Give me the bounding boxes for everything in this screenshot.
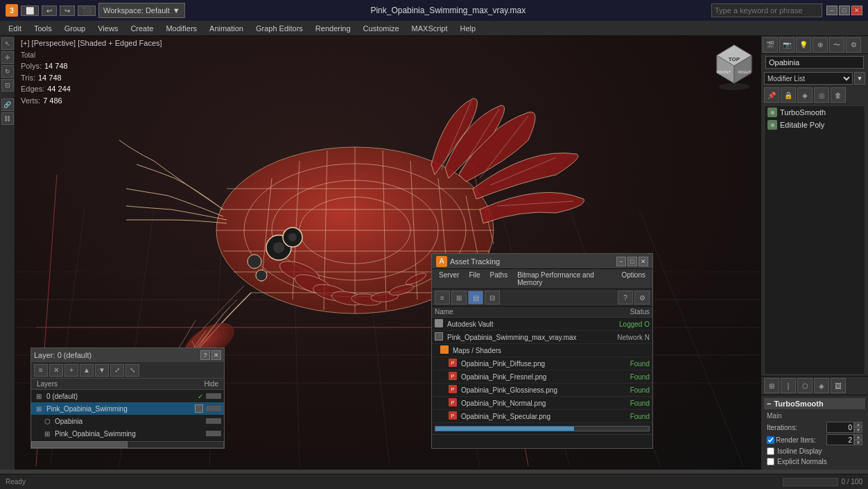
remove-modifier-icon[interactable]: 🗑 <box>831 87 846 103</box>
layer-delete-btn[interactable]: ✕ <box>49 364 63 377</box>
rp-spacewarp-icon[interactable]: 〜 <box>829 37 844 53</box>
asset-tb-list[interactable]: ≡ <box>435 291 450 304</box>
viewport[interactable]: [+] [Perspective] [Shaded + Edged Faces]… <box>15 36 761 470</box>
vault-icon <box>435 319 444 329</box>
modifier-editable-poly[interactable]: ⊕ Editable Poly <box>765 119 865 131</box>
layer-hide-line <box>206 418 221 424</box>
render-iters-input[interactable] <box>826 434 854 445</box>
render-iters-down[interactable]: ▼ <box>854 440 862 445</box>
asset-close-btn[interactable]: ✕ <box>639 257 648 266</box>
asset-menu-options[interactable]: Options <box>618 271 650 287</box>
asset-tb-table[interactable]: ▤ <box>468 291 483 304</box>
asset-minimize-btn[interactable]: − <box>616 257 626 266</box>
modifier-icon-5[interactable]: 🖼 <box>831 378 846 393</box>
layer-item[interactable]: ⊞ 0 (default) ✓ <box>31 390 224 402</box>
asset-row[interactable]: P Opabinia_Pink_Diffuse.png Found <box>432 357 652 370</box>
menu-help[interactable]: Help <box>455 23 482 34</box>
asset-menu-file[interactable]: File <box>465 271 484 287</box>
maximize-button[interactable]: □ <box>839 6 850 15</box>
close-button[interactable]: ✕ <box>851 6 862 15</box>
png-icon: P <box>449 359 458 368</box>
menu-graph-editors[interactable]: Graph Editors <box>250 23 309 34</box>
asset-row[interactable]: Autodesk Vault Logged O <box>432 318 652 331</box>
rotate-tool[interactable]: ↻ <box>1 65 14 78</box>
navigation-cube[interactable]: TOP FRONT RIGHT <box>713 42 755 83</box>
rp-light-icon[interactable]: 💡 <box>796 37 811 53</box>
layer-item[interactable]: ⬡ Opabinia <box>31 415 224 427</box>
make-unique-icon[interactable]: ◎ <box>814 87 829 103</box>
asset-tb-detail[interactable]: ⊞ <box>451 291 467 304</box>
search-input[interactable] <box>711 3 822 17</box>
layer-add-btn[interactable]: + <box>64 364 78 377</box>
modifier-list-arrow[interactable]: ▼ <box>854 72 865 85</box>
asset-menu-server[interactable]: Server <box>435 271 463 287</box>
asset-row[interactable]: P Opabinia_Pink_Glossiness.png Found <box>432 384 652 397</box>
menu-rendering[interactable]: Rendering <box>310 23 356 34</box>
layer-item[interactable]: ⊞ Pink_Opabinia_Swimming <box>31 427 224 440</box>
render-iters-checkbox[interactable] <box>767 436 774 444</box>
asset-row[interactable]: Maps / Shaders <box>432 344 652 357</box>
menu-views[interactable]: Views <box>92 23 123 34</box>
unlink-tool[interactable]: ⛓ <box>1 112 14 125</box>
layer-select-all-btn[interactable]: ≡ <box>34 364 48 377</box>
menu-maxscript[interactable]: MAXScript <box>406 23 453 34</box>
pin-stack-icon[interactable]: 📌 <box>764 87 779 103</box>
layer-move-up-btn[interactable]: ▲ <box>80 364 94 377</box>
menu-tools[interactable]: Tools <box>28 23 58 34</box>
layer-list-header: Layers Hide <box>31 379 224 390</box>
link-tool[interactable]: 🔗 <box>1 98 14 111</box>
iterations-up[interactable]: ▲ <box>854 422 862 427</box>
layer-item[interactable]: ⊞ Pink_Opabinia_Swimming <box>31 402 224 415</box>
rp-settings-icon[interactable]: ⚙ <box>846 37 861 53</box>
asset-tb-help[interactable]: ? <box>618 291 633 304</box>
modifier-icon-3[interactable]: ⬡ <box>797 378 813 393</box>
object-name-input[interactable] <box>765 56 864 69</box>
modifier-icon-4[interactable]: ◈ <box>814 378 829 393</box>
iterations-down[interactable]: ▼ <box>854 427 862 433</box>
select-tool[interactable]: ↖ <box>1 37 14 50</box>
asset-name: Opabinia_Pink_Diffuse.png <box>461 360 601 368</box>
turbosmooth-header[interactable]: − TurboSmooth <box>764 398 865 409</box>
minimize-button[interactable]: − <box>826 6 837 15</box>
modifier-turbosmooth[interactable]: ⊕ TurboSmooth <box>765 106 865 119</box>
modifier-icon-1[interactable]: ⊞ <box>764 378 779 393</box>
asset-tb-full[interactable]: ⊟ <box>485 291 500 304</box>
render-iters-up[interactable]: ▲ <box>854 434 862 440</box>
asset-row[interactable]: P Opabinia_Pink_Normal.png Found <box>432 397 652 410</box>
timeline-bar[interactable] <box>783 478 838 486</box>
menu-animation[interactable]: Animation <box>204 23 249 34</box>
layer-close-button[interactable]: ✕ <box>211 350 221 360</box>
iterations-input[interactable] <box>826 422 854 433</box>
asset-row[interactable]: P Opabinia_Pink_Fresnel.png Found <box>432 370 652 384</box>
modifier-icon-2[interactable]: | <box>781 378 796 393</box>
menu-edit[interactable]: Edit <box>3 23 27 34</box>
menu-modifiers[interactable]: Modifiers <box>160 23 202 34</box>
viewport-label[interactable]: [+] [Perspective] [Shaded + Edged Faces] <box>21 39 162 47</box>
rp-helper-icon[interactable]: ⊕ <box>813 37 828 53</box>
menu-customize[interactable]: Customize <box>358 23 405 34</box>
rp-camera-icon[interactable]: 📷 <box>779 37 795 53</box>
scale-tool[interactable]: ⊡ <box>1 79 14 92</box>
layer-move-down-btn[interactable]: ▼ <box>95 364 109 377</box>
viewport-stats: Total Polys:14 748 Tris:14 748 Edges:44 … <box>21 50 71 106</box>
modifier-list-dropdown[interactable]: Modifier List <box>764 72 853 85</box>
menu-create[interactable]: Create <box>125 23 159 34</box>
asset-maximize-btn[interactable]: □ <box>627 257 637 266</box>
lock-icon[interactable]: 🔒 <box>781 87 796 103</box>
asset-row[interactable]: P Opabinia_Pink_Specular.png Found <box>432 410 652 423</box>
isoline-checkbox[interactable] <box>767 447 774 455</box>
move-tool[interactable]: ✛ <box>1 51 14 64</box>
asset-menu-paths[interactable]: Paths <box>486 271 512 287</box>
workspace-selector[interactable]: Workspace: Default ▼ <box>98 3 185 18</box>
rp-render-icon[interactable]: 🎬 <box>763 37 778 53</box>
menu-group[interactable]: Group <box>59 23 92 34</box>
layer-collapse-btn[interactable]: ⤡ <box>125 364 139 377</box>
show-end-result-icon[interactable]: ◈ <box>797 87 813 103</box>
explicit-normals-checkbox[interactable] <box>767 458 774 465</box>
asset-menu-bitmap[interactable]: Bitmap Performance and Memory <box>513 271 616 287</box>
asset-tb-settings[interactable]: ⚙ <box>634 291 650 304</box>
layer-scrollbar[interactable] <box>31 440 224 448</box>
layer-help-button[interactable]: ? <box>200 350 210 360</box>
asset-row[interactable]: Pink_Opabinia_Swimming_max_vray.max Netw… <box>432 331 652 344</box>
layer-expand-btn[interactable]: ⤢ <box>110 364 124 377</box>
